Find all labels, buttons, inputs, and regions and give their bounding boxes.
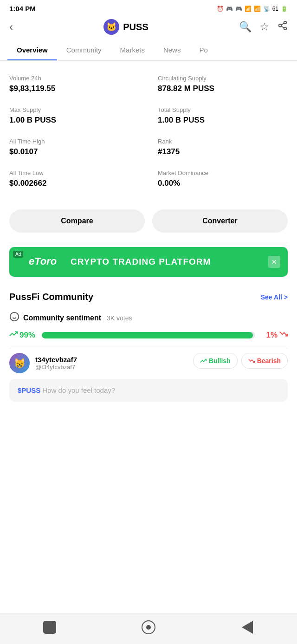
user-details: t34ytcvbzaf7 @t34ytcvbzaf7 xyxy=(35,356,77,371)
svg-point-1 xyxy=(279,24,282,27)
stat-value-atl: $0.002662 xyxy=(9,179,144,188)
tab-overview[interactable]: Overview xyxy=(7,40,57,61)
coin-logo: 🐱 xyxy=(103,19,119,35)
see-all-button[interactable]: See All > xyxy=(261,293,288,301)
converter-button[interactable]: Converter xyxy=(152,209,288,233)
stat-label-atl: All Time Low xyxy=(9,169,144,176)
bottom-navigation xyxy=(0,613,297,644)
wifi2-icon: 📡 xyxy=(263,6,270,12)
stat-label-dominance: Market Dominance xyxy=(158,169,283,176)
stat-label-circ: Circulating Supply xyxy=(158,75,283,82)
sentiment-progress-fill xyxy=(42,332,253,338)
stat-total-supply: Total Supply 1.00 B PUSS xyxy=(148,100,288,131)
compare-button[interactable]: Compare xyxy=(9,209,145,233)
community-header: PussFi Community See All > xyxy=(0,284,297,307)
status-icons: ⏰ 🎮 🎮 📶 📶 📡 61 🔋 xyxy=(217,6,288,12)
recent-apps-button[interactable] xyxy=(240,620,255,635)
stat-value-volume: $9,83,119.55 xyxy=(9,84,144,93)
stat-dominance: Market Dominance 0.00% xyxy=(148,163,288,195)
search-icon[interactable]: 🔍 xyxy=(239,21,252,33)
bullish-button[interactable]: Bullish xyxy=(193,353,238,369)
ad-label: Ad xyxy=(13,251,23,258)
user-handle-label: @t34ytcvbzaf7 xyxy=(35,364,77,371)
tabs-bar: Overview Community Markets News Po xyxy=(0,40,297,61)
svg-text:eToro: eToro xyxy=(29,255,57,267)
stat-label-ath: All Time High xyxy=(9,138,144,145)
community-section-title: PussFi Community xyxy=(9,292,93,302)
bearish-button[interactable]: Bearish xyxy=(241,353,288,369)
stat-circulating-supply: Circulating Supply 878.82 M PUSS xyxy=(148,68,288,100)
ad-close-button[interactable]: ✕ xyxy=(268,256,280,268)
nav-left: ‹ xyxy=(9,20,13,33)
svg-point-2 xyxy=(284,27,287,30)
sentiment-icon xyxy=(9,312,19,324)
circle-icon xyxy=(142,620,155,634)
stat-atl: All Time Low $0.002662 xyxy=(9,163,148,195)
svg-line-3 xyxy=(281,26,284,28)
back-button[interactable]: ‹ xyxy=(9,20,13,33)
stat-value-maxsupply: 1.00 B PUSS xyxy=(9,116,144,125)
divider1 xyxy=(9,242,288,242)
status-time: 1:04 PM xyxy=(9,5,36,13)
tab-more[interactable]: Po xyxy=(190,40,217,61)
sentiment-bar-row: 99% 1% xyxy=(9,330,288,340)
post-ticker: $PUSS xyxy=(18,386,40,394)
stat-value-rank: #1375 xyxy=(158,147,283,156)
game-icon1: 🎮 xyxy=(226,6,233,12)
stat-ath: All Time High $0.0107 xyxy=(9,131,148,163)
stat-value-ath: $0.0107 xyxy=(9,147,144,156)
sentiment-section: Community sentiment 3K votes 99% 1% xyxy=(0,307,297,348)
nav-right: 🔍 ☆ xyxy=(239,20,288,33)
battery-label: 61 xyxy=(272,6,278,12)
sentiment-votes: 3K votes xyxy=(107,314,132,322)
bull-arrow-icon xyxy=(9,330,18,340)
stat-label-totalsupply: Total Supply xyxy=(158,106,283,113)
sentiment-progress-bar xyxy=(42,332,255,338)
top-nav: ‹ 🐱 PUSS 🔍 ☆ xyxy=(0,15,297,40)
alarm-icon: ⏰ xyxy=(217,6,224,12)
stat-label-rank: Rank xyxy=(158,138,283,145)
back-nav-button[interactable] xyxy=(141,620,156,635)
post-input-field[interactable]: $PUSS How do you feel today? xyxy=(9,379,288,402)
post-user-row: 😸 t34ytcvbzaf7 @t34ytcvbzaf7 Bullish Bea… xyxy=(9,353,288,373)
stat-value-totalsupply: 1.00 B PUSS xyxy=(158,116,283,125)
tab-markets[interactable]: Markets xyxy=(111,40,154,61)
ad-content: eToro CRYPTO TRADING PLATFORM xyxy=(29,254,268,270)
wifi-icon: 📶 xyxy=(254,6,261,12)
bearish-label: Bearish xyxy=(257,357,281,364)
tab-news[interactable]: News xyxy=(154,40,190,61)
stats-grid: Volume 24h $9,83,119.55 Circulating Supp… xyxy=(0,61,297,202)
user-info: 😸 t34ytcvbzaf7 @t34ytcvbzaf7 xyxy=(9,353,77,373)
triangle-icon xyxy=(242,621,253,634)
share-icon[interactable] xyxy=(278,20,288,33)
action-buttons-row: Compare Converter xyxy=(0,202,297,242)
bullish-percentage: 99% xyxy=(9,330,37,340)
battery-icon: 🔋 xyxy=(281,6,288,12)
signal-icon: 📶 xyxy=(245,6,252,12)
post-section: 😸 t34ytcvbzaf7 @t34ytcvbzaf7 Bullish Bea… xyxy=(0,348,297,409)
nav-center: 🐱 PUSS xyxy=(103,19,148,35)
stat-rank: Rank #1375 xyxy=(148,131,288,163)
sentiment-label: Community sentiment xyxy=(23,314,101,322)
svg-line-4 xyxy=(281,23,284,25)
avatar: 😸 xyxy=(9,353,30,373)
bearish-percentage: 1% xyxy=(260,330,288,340)
ad-banner: Ad eToro CRYPTO TRADING PLATFORM ✕ xyxy=(9,247,288,277)
bullish-label: Bullish xyxy=(209,357,231,364)
stat-value-dominance: 0.00% xyxy=(158,179,283,188)
stat-label-volume: Volume 24h xyxy=(9,75,144,82)
status-bar: 1:04 PM ⏰ 🎮 🎮 📶 📶 📡 61 🔋 xyxy=(0,0,297,15)
post-placeholder-text: How do you feel today? xyxy=(40,386,115,394)
stat-value-circ: 878.82 M PUSS xyxy=(158,84,283,93)
tab-community[interactable]: Community xyxy=(57,40,111,61)
stat-label-maxsupply: Max Supply xyxy=(9,106,144,113)
home-button[interactable] xyxy=(42,620,57,635)
sentiment-vote-buttons: Bullish Bearish xyxy=(193,353,288,369)
coin-title: PUSS xyxy=(123,22,148,33)
star-icon[interactable]: ☆ xyxy=(260,21,269,33)
square-icon xyxy=(43,621,56,634)
sentiment-header: Community sentiment 3K votes xyxy=(9,312,288,324)
stat-volume24h: Volume 24h $9,83,119.55 xyxy=(9,68,148,100)
ad-text: CRYPTO TRADING PLATFORM xyxy=(71,257,211,267)
stat-max-supply: Max Supply 1.00 B PUSS xyxy=(9,100,148,131)
